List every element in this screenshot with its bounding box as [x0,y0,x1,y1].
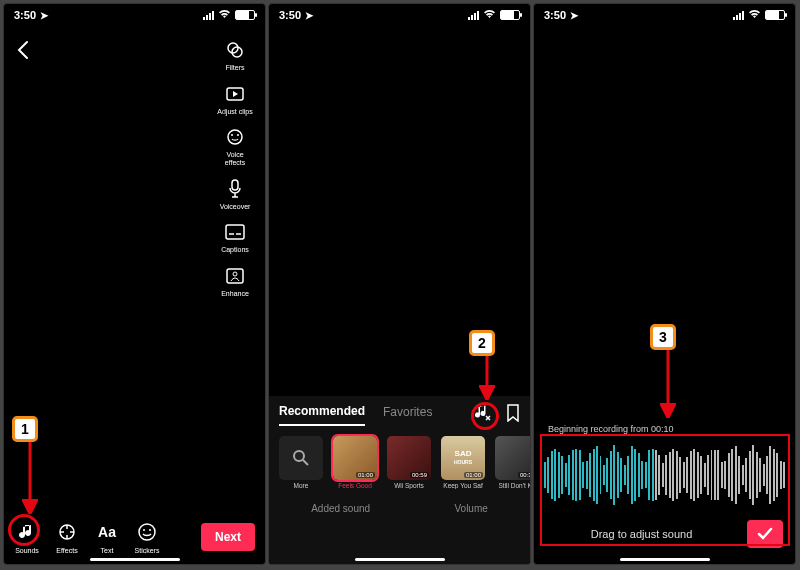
signal-icon [203,11,214,20]
sound-duration: 01:00 [356,472,375,478]
sound-duration: 00:30 [518,472,530,478]
sounds-list: More 01:00 Feels Good 00:59 Wii Sports S… [269,432,530,493]
stickers-button[interactable]: Stickers [134,519,160,554]
location-icon: ➤ [40,10,48,21]
tool-voice-effects[interactable]: Voice effects [223,125,247,166]
tool-label: Enhance [221,290,249,298]
tab-recommended[interactable]: Recommended [279,404,365,426]
tool-voiceover[interactable]: Voiceover [220,177,251,211]
sound-label: More [294,482,309,489]
signal-icon [733,11,744,20]
home-indicator[interactable] [620,558,710,561]
sound-item[interactable]: SADHOURS01:00 Keep You Saf [439,436,487,489]
callout-arrow-2 [479,356,495,400]
tool-label: Adjust clips [217,108,252,116]
svg-rect-6 [232,180,238,190]
sound-thumbnail: 00:30 [495,436,530,480]
stickers-icon [134,519,160,545]
status-time: 3:50 [14,9,36,21]
svg-line-16 [303,460,308,465]
bb-label: Stickers [135,547,160,554]
svg-rect-7 [226,225,244,239]
callout-arrow-1 [22,442,38,514]
next-button[interactable]: Next [201,523,255,551]
location-icon: ➤ [305,10,313,21]
sound-search[interactable]: More [277,436,325,489]
bb-label: Text [101,547,114,554]
callout-badge-1: 1 [12,416,38,442]
tool-label: Voiceover [220,203,251,211]
filters-icon [223,38,247,62]
enhance-icon [223,264,247,288]
svg-point-15 [294,451,304,461]
bb-label: Sounds [15,547,39,554]
voice-effects-icon [223,125,247,149]
tool-captions[interactable]: Captions [221,220,249,254]
sound-duration: 00:59 [410,472,429,478]
text-icon: Aa [94,519,120,545]
svg-point-3 [228,130,242,144]
tab-favorites[interactable]: Favorites [383,405,432,425]
home-indicator[interactable] [90,558,180,561]
effects-icon [54,519,80,545]
sound-item[interactable]: 00:59 Wii Sports [385,436,433,489]
svg-point-5 [237,134,239,136]
wifi-icon [748,9,761,21]
battery-icon [235,10,255,20]
tool-label: Captions [221,246,249,254]
callout-arrow-3 [660,350,676,418]
added-sound-tab[interactable]: Added sound [311,503,370,514]
effects-button[interactable]: Effects [54,519,80,554]
bookmark-icon[interactable] [506,404,520,426]
svg-point-13 [149,529,151,531]
wifi-icon [483,9,496,21]
wifi-icon [218,9,231,21]
callout-rect-3 [540,434,790,546]
sound-label: Wii Sports [394,482,424,489]
sound-thumbnail: 01:00 [333,436,377,480]
callout-circle-1 [8,514,40,546]
tool-filters[interactable]: Filters [223,38,247,72]
sound-thumbnail: SADHOURS01:00 [441,436,485,480]
status-time: 3:50 [279,9,301,21]
sound-item[interactable]: 01:00 Feels Good [331,436,379,489]
volume-tab[interactable]: Volume [454,503,487,514]
bb-label: Effects [56,547,77,554]
sound-label: Feels Good [338,482,372,489]
tool-label: Voice effects [225,151,246,166]
svg-point-9 [233,272,237,276]
svg-point-12 [143,529,145,531]
home-indicator[interactable] [355,558,445,561]
battery-icon [765,10,785,20]
back-button[interactable] [16,40,30,65]
tool-adjust-clips[interactable]: Adjust clips [217,82,252,116]
tool-enhance[interactable]: Enhance [221,264,249,298]
callout-badge-2: 2 [469,330,495,356]
callout-badge-3: 3 [650,324,676,350]
voiceover-icon [223,177,247,201]
callout-circle-2 [471,402,499,430]
tool-label: Filters [225,64,244,72]
drawer-footer: Added sound Volume [269,493,530,528]
status-bar: 3:50 ➤ [534,4,795,26]
sound-item[interactable]: 00:30 Still Don't Kn [493,436,530,489]
captions-icon [223,220,247,244]
bottom-toolbar: Sounds Effects Aa Text Stickers Next [4,519,265,554]
phone-screen-3: 3:50 ➤ Beginning recording from 00:10 Dr… [533,3,796,565]
right-toolbar: Filters Adjust clips Voice effects Voice… [211,38,259,298]
phone-screen-2: 3:50 ➤ Recommended Favorites More 01:00 [268,3,531,565]
svg-point-4 [231,134,233,136]
search-icon [279,436,323,480]
status-bar: 3:50 ➤ [4,4,265,26]
status-time: 3:50 [544,9,566,21]
battery-icon [500,10,520,20]
sound-thumbnail: 00:59 [387,436,431,480]
location-icon: ➤ [570,10,578,21]
sound-duration: 01:00 [464,472,483,478]
adjust-clips-icon [223,82,247,106]
text-button[interactable]: Aa Text [94,519,120,554]
phone-screen-1: 3:50 ➤ Filters Adjust clips Voice effect… [3,3,266,565]
signal-icon [468,11,479,20]
sound-label: Keep You Saf [443,482,482,489]
svg-point-11 [139,524,155,540]
